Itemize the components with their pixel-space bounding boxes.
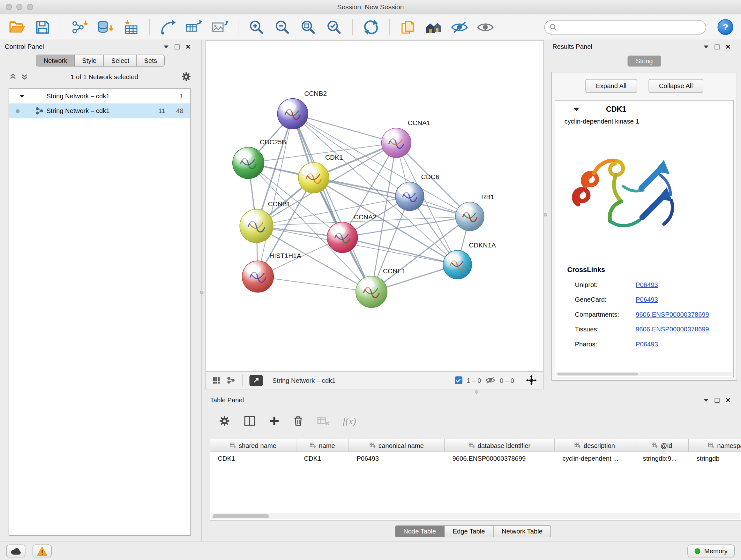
hide-selected-button[interactable] — [449, 17, 471, 38]
export-image-button[interactable] — [209, 17, 231, 38]
home-button[interactable] — [423, 17, 445, 38]
tab-select[interactable]: Select — [104, 55, 137, 67]
tab-network-table[interactable]: Network Table — [493, 525, 551, 538]
refresh-button[interactable] — [360, 17, 382, 38]
column-header-id[interactable]: @id — [635, 439, 689, 452]
import-network-file-button[interactable] — [69, 17, 91, 38]
node-CCNA1[interactable]: CCNA1 — [381, 119, 430, 158]
node-CCNB1[interactable]: CCNB1 — [240, 200, 290, 243]
node-CDC6[interactable]: CDC6 — [395, 173, 440, 211]
close-window-button[interactable] — [6, 4, 12, 10]
tab-sets[interactable]: Sets — [137, 55, 165, 67]
show-columns-icon[interactable] — [244, 416, 256, 426]
tree-collapse-caret-icon[interactable] — [20, 95, 24, 98]
network-options-gear-icon[interactable] — [181, 71, 192, 82]
network-tree-row-selected[interactable]: String Network – cdk11148 — [9, 104, 190, 118]
node-CCNB2[interactable]: CCNB2 — [277, 90, 327, 129]
zoom-out-button[interactable] — [272, 17, 293, 38]
column-header-shared-name[interactable]: shared name — [210, 439, 296, 452]
close-panel-icon[interactable]: × — [726, 396, 731, 405]
crosslink-pharos-link[interactable]: P06493 — [636, 341, 658, 348]
toolbar-separator — [238, 19, 239, 35]
selection-checkbox[interactable] — [455, 376, 462, 384]
fit-content-button[interactable] — [297, 17, 320, 38]
help-button[interactable]: ? — [718, 19, 734, 35]
pan-crosshair-icon[interactable] — [526, 375, 537, 386]
column-header-canonical-name[interactable]: canonical name — [349, 439, 445, 452]
network-tree-row[interactable]: String Network – cdk11 — [9, 89, 190, 104]
node-CDKN1A[interactable]: CDKN1A — [443, 241, 496, 279]
network-glyph-icon[interactable] — [227, 376, 235, 384]
panel-menu-caret-icon[interactable] — [704, 45, 709, 48]
tab-node-table[interactable]: Node Table — [395, 525, 445, 538]
tab-style[interactable]: Style — [74, 55, 104, 67]
node-RB1[interactable]: RB1 — [455, 193, 494, 231]
memory-button[interactable]: Memory — [687, 545, 735, 558]
edge-CCNB2-CCNE1[interactable] — [293, 114, 372, 292]
left-splitter-handle[interactable] — [200, 291, 204, 294]
expand-all-button[interactable]: Expand All — [585, 79, 637, 93]
crosslink-tissues-link[interactable]: 9606.ENSP00000378699 — [636, 326, 709, 333]
new-network-button[interactable] — [157, 17, 179, 38]
open-session-button[interactable] — [6, 17, 28, 38]
float-panel-icon[interactable] — [715, 44, 720, 49]
node-CDK1[interactable]: CDK1 — [298, 153, 343, 193]
crosslink-label: GeneCard: — [575, 296, 636, 303]
table-hscrollbar-thumb[interactable] — [212, 514, 269, 518]
tab-edge-table[interactable]: Edge Table — [444, 525, 494, 538]
float-panel-icon[interactable] — [715, 398, 720, 402]
expand-all-icon[interactable] — [21, 73, 28, 80]
protein-entry-header[interactable]: CDK1 — [555, 101, 733, 118]
delete-column-trash-icon[interactable] — [293, 415, 304, 427]
maximize-window-button[interactable] — [27, 4, 33, 10]
zoom-selected-button[interactable] — [323, 17, 345, 38]
hidden-eye-slash-icon[interactable] — [485, 376, 495, 384]
tab-string[interactable]: String — [628, 56, 661, 67]
zoom-in-button[interactable] — [246, 17, 268, 38]
network-graph[interactable]: CCNB2CCNA1CDC25BCDK1CDC6RB1CCNB1CCNA2CDK… — [206, 41, 543, 371]
entry-hscrollbar-thumb[interactable] — [557, 372, 638, 375]
node-HIST1H1A[interactable]: HIST1H1A — [242, 252, 301, 293]
column-header-database-identifier[interactable]: database identifier — [445, 439, 555, 452]
table-row[interactable]: CDK1CDK1P064939606.ENSP00000378699cyclin… — [210, 452, 741, 465]
network-canvas[interactable]: CCNB2CCNA1CDC25BCDK1CDC6RB1CCNB1CCNA2CDK… — [206, 41, 543, 371]
control-panel-title: Control Panel — [5, 43, 44, 51]
save-session-button[interactable] — [31, 17, 54, 38]
column-header-namespace[interactable]: namespace — [689, 439, 741, 452]
show-selected-button[interactable] — [475, 17, 496, 38]
column-header-name[interactable]: name — [296, 439, 349, 452]
import-table-button[interactable] — [120, 17, 142, 38]
function-builder-icon[interactable]: f(x) — [343, 415, 356, 427]
edge-HIST1H1A-CCNE1[interactable] — [258, 276, 372, 292]
search-input[interactable] — [561, 23, 701, 31]
crosslink-uniprot-link[interactable]: P06493 — [636, 281, 658, 289]
table-settings-gear-icon[interactable] — [219, 415, 230, 427]
table-header-row: shared namenamecanonical namedatabase id… — [210, 439, 741, 452]
close-panel-icon[interactable]: × — [726, 43, 731, 51]
import-network-database-button[interactable] — [94, 17, 117, 38]
collapse-all-button[interactable]: Collapse All — [649, 79, 703, 93]
collapse-all-icon[interactable] — [10, 73, 16, 80]
panel-menu-caret-icon[interactable] — [164, 45, 169, 48]
tab-network[interactable]: Network — [36, 55, 75, 67]
zoom-out-icon — [274, 19, 291, 35]
add-column-plus-icon[interactable] — [269, 416, 280, 426]
close-panel-icon[interactable]: × — [186, 43, 191, 51]
panel-menu-caret-icon[interactable] — [704, 399, 709, 401]
warnings-button[interactable] — [32, 545, 52, 558]
right-splitter-handle[interactable] — [544, 213, 547, 217]
copy-documents-button[interactable] — [397, 17, 419, 38]
float-panel-icon[interactable] — [175, 44, 180, 49]
cloud-status-button[interactable] — [6, 545, 25, 558]
edge-CCNA2-CDKN1A[interactable] — [342, 238, 457, 265]
horizontal-splitter-handle[interactable] — [475, 390, 478, 394]
crosslink-compartments-link[interactable]: 9606.ENSP00000378699 — [636, 311, 709, 318]
minimize-window-button[interactable] — [16, 4, 23, 10]
export-table-button[interactable] — [183, 17, 205, 38]
collapse-entry-caret-icon[interactable] — [574, 108, 579, 111]
birds-eye-grid-icon[interactable] — [212, 376, 220, 384]
detach-view-button[interactable] — [250, 375, 263, 386]
node-label-CDC25B: CDC25B — [260, 138, 286, 145]
column-header-description[interactable]: description — [555, 439, 635, 452]
crosslink-genecard-link[interactable]: P06493 — [636, 296, 658, 303]
